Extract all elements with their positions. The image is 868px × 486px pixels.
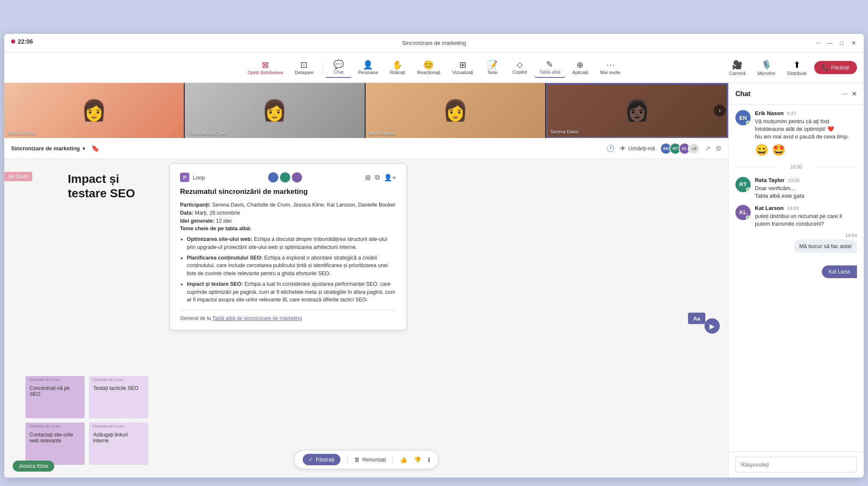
jessica-kline-label: Jessica Kline (19, 463, 48, 469)
apps-label: Aplicații (572, 70, 588, 75)
recording-indicator (11, 39, 15, 44)
whiteboard-icon: ✎ (546, 60, 553, 69)
camera-icon: 🎥 (732, 60, 743, 70)
camera-btn[interactable]: 🎥 Cameră (725, 58, 750, 77)
meeting-info-right: 🕐 👁 Urmăriți-mă EN RT KL (606, 143, 721, 155)
persons-icon: 👤 (363, 61, 373, 69)
jessica-label: Jessica Kline (8, 130, 35, 135)
close-btn[interactable]: ✕ (850, 40, 857, 47)
loop-copy-btn[interactable]: ⧉ (375, 174, 380, 182)
copilot-btn[interactable]: ◇ Copilot (507, 58, 532, 77)
aa-button[interactable]: Aa (688, 313, 705, 324)
timer-text: 22:06 (18, 38, 33, 45)
toolbar-right: 🎥 Cameră 🎙️ Microfon ⬆ Distribuiți 📞 Păr… (725, 58, 857, 77)
more-icon: ⋯ (606, 61, 615, 69)
visualize-btn[interactable]: ⊞ Vizualizați (447, 58, 478, 77)
visualize-label: Vizualizați (452, 70, 473, 75)
whiteboard-label: Tablă albă (539, 69, 560, 75)
loop-header: P Loop ⊞ ⧉ 👤+ (180, 172, 396, 182)
mic-label: Microfon (757, 71, 775, 76)
loop-participants-value: Serena Davis, Charlotte de Crum, Jessica… (212, 202, 396, 208)
raise-btn[interactable]: ✋ Ridicați (385, 58, 410, 77)
loop-themes-label: Teme cheie de pe tabla albă: (180, 225, 396, 233)
avatar-count: +6 (688, 143, 700, 155)
loop-date-label: Data: (180, 210, 193, 216)
loop-avatar-3 (292, 172, 302, 182)
maximize-btn[interactable]: □ (838, 40, 845, 47)
sticky-3-author: Charlotte de Crum (29, 424, 60, 428)
loop-ideas-label: Idei generate: (180, 218, 214, 224)
teams-window: 22:06 Sincronizare de marketing ⋯ — □ ✕ … (4, 34, 864, 478)
detach-btn[interactable]: ⊡ Detașare (290, 58, 319, 77)
chat-msg-erik-cont: Nu am mai avut o pauză de ceva timp. (755, 133, 857, 141)
leave-btn[interactable]: 📞 Părăsiți (814, 61, 857, 74)
mic-btn[interactable]: 🎙️ Microfon (753, 58, 779, 77)
loop-ideas-value: 12 idei (216, 218, 232, 224)
jessica-kline-btn[interactable]: Jessica Kline (13, 461, 54, 472)
raise-icon: ✋ (392, 61, 403, 69)
bookmark-icon: 🔖 (91, 144, 100, 152)
more-options-btn[interactable]: ⋯ (815, 40, 821, 47)
pres-pointer[interactable]: ▶ (704, 318, 720, 334)
loop-bullet-1: Optimizarea site-ului web: Echipa a disc… (187, 235, 396, 251)
chat-msg-reta-time: 10:00 (788, 178, 800, 183)
react-label: Reacționați (417, 70, 440, 75)
chat-msg-erik-header: Erik Nason 9:27 (755, 110, 857, 116)
apps-btn[interactable]: ⊕ Aplicații (567, 58, 593, 77)
meeting-title[interactable]: Sincronizare de marketing ▼ (11, 145, 86, 152)
more-label: Mai multe (600, 70, 621, 75)
chat-msg-kat: KL Kat Larson 14:03 puteți distribui un … (735, 205, 857, 228)
follow-me-btn[interactable]: 👁 Urmăriți-mă (620, 145, 655, 152)
leave-label: Părăsiți (831, 64, 849, 71)
persons-btn[interactable]: 👤 Persoane (353, 58, 383, 77)
kat-send-label: Kat Larss (829, 269, 850, 275)
chat-btn[interactable]: 💬 Chat (326, 58, 351, 78)
keep-btn[interactable]: ✓ Păstrați (302, 454, 340, 465)
share-btn[interactable]: ⬆ Distribuiți (783, 58, 810, 77)
loop-share-btn[interactable]: 👤+ (384, 174, 396, 182)
info-icon[interactable]: ℹ (428, 456, 430, 463)
chat-msg-erik-text: Vă mulțumim pentru că ați fost întotdeau… (755, 118, 857, 133)
chat-msg-erik-time: 9:27 (787, 111, 796, 116)
react-btn[interactable]: 😊 Reacționați (412, 58, 445, 77)
thumbs-down-icon[interactable]: 👎 (414, 456, 421, 463)
meeting-title-text: Sincronizare de marketing (11, 145, 80, 152)
sticky-notes-grid: Charlotte de Crum Concentrați-vă pe SEO … (25, 376, 148, 465)
detach-label: Detașare (295, 70, 314, 75)
follow-icon: 👁 (620, 145, 626, 152)
discard-icon: 🗑 (354, 456, 360, 463)
raise-label: Ridicați (390, 70, 405, 75)
loop-grid-btn[interactable]: ⊞ (365, 174, 371, 182)
stop-sharing-btn[interactable]: ⊠ Opriți distribuirea (242, 58, 288, 77)
loop-brand-label: Loop (193, 174, 205, 181)
loop-bullet-2: Planificarea conținutului SEO: Echipa a … (187, 254, 396, 278)
whiteboard-btn[interactable]: ✎ Tablă albă (534, 58, 566, 78)
chat-msg-erik-emojis: 😄 🤩 (755, 144, 857, 157)
chat-more-btn[interactable]: ⋯ (841, 90, 848, 98)
more-btn[interactable]: ⋯ Mai multe (595, 58, 626, 77)
online-indicator-kat (746, 215, 750, 220)
chat-messages: EN Erik Nason 9:27 Vă mulțumim pentru că… (729, 105, 864, 451)
aadi-avatar: 👩 (366, 83, 545, 138)
chat-msg-kat-time: 14:03 (787, 206, 799, 211)
kat-send-btn[interactable]: Kat Larss (822, 265, 857, 278)
minimize-btn[interactable]: — (826, 40, 833, 47)
video-nav-right-btn[interactable]: › (714, 105, 726, 116)
chat-msg-kat-name: Kat Larson (755, 205, 784, 211)
whiteboard-canvas: de Crum Impact și testare SEO Charlotte … (4, 159, 728, 478)
loop-bullet-1-title: Optimizarea site-ului web: (187, 236, 252, 242)
phone-icon: 📞 (822, 64, 829, 71)
loop-footer-link[interactable]: Tablă albă de sincronizare de marketing (212, 315, 302, 321)
timer-display: 22:06 (11, 38, 33, 45)
follow-label: Urmăriți-mă (628, 146, 655, 152)
notes-btn[interactable]: 📝 Note (480, 58, 505, 77)
discard-btn[interactable]: 🗑 Renunțați (354, 456, 386, 463)
thumbs-up-icon[interactable]: 👍 (400, 456, 407, 463)
loop-bullet-3: Impact și testare SEO: Echipa a luat în … (187, 280, 396, 304)
video-tile-serena: 👩🏿 Serena Davis (546, 83, 728, 138)
video-strip: 👩 Jessica Kline 👩 Charlotte de Crum 👩 Aa… (4, 83, 728, 138)
chat-close-btn[interactable]: ✕ (851, 90, 857, 98)
chat-reply-input[interactable] (735, 457, 857, 472)
stop-sharing-icon: ⊠ (262, 61, 269, 69)
loop-avatars (268, 172, 302, 182)
